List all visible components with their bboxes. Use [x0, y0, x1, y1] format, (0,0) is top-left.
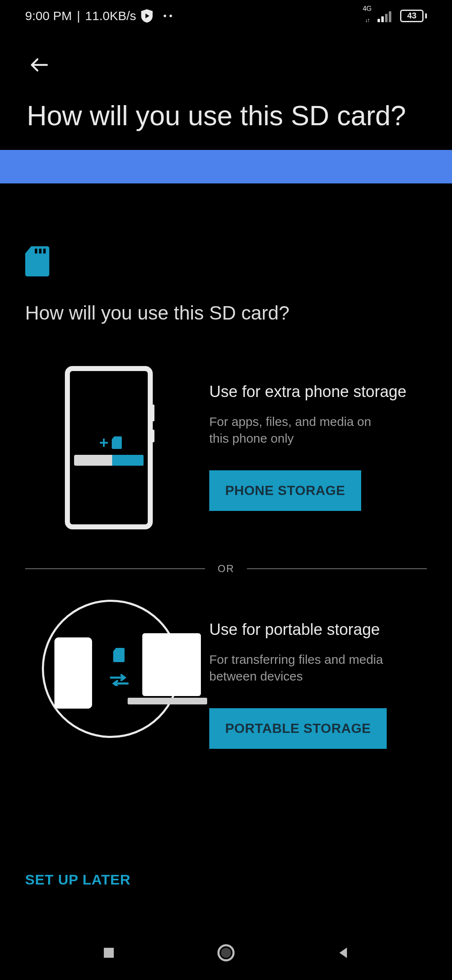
nav-back-button[interactable]	[331, 940, 356, 965]
status-time: 9:00 PM	[25, 9, 72, 23]
option-portable-title: Use for portable storage	[209, 621, 427, 639]
option-phone-storage: + Use for extra phone storage For apps, …	[25, 366, 427, 529]
option-portable-storage: Use for portable storage For transferrin…	[25, 604, 427, 749]
status-right: 4G ↓↑ 43	[363, 10, 427, 22]
phone-storage-illustration: +	[25, 366, 193, 529]
battery-percent: 43	[407, 11, 416, 21]
status-net-speed: 11.0KB/s	[85, 9, 136, 23]
portable-storage-button[interactable]: PORTABLE STORAGE	[209, 708, 387, 749]
option-phone-description: For apps, files, and media on this phone…	[209, 413, 389, 447]
nav-recents-button[interactable]	[96, 940, 121, 965]
content-subheading: How will you use this SD card?	[25, 302, 427, 324]
page-header: How will you use this SD card?	[0, 31, 452, 150]
or-label: OR	[218, 563, 234, 575]
nav-home-button[interactable]	[213, 940, 239, 965]
phone-outline-icon: +	[65, 366, 153, 529]
or-divider: OR	[25, 563, 427, 575]
more-dots-icon	[164, 15, 172, 17]
transfer-arrows-icon	[109, 673, 130, 689]
phone-storage-button[interactable]: PHONE STORAGE	[209, 470, 361, 511]
back-button[interactable]	[27, 52, 52, 77]
svg-rect-3	[104, 948, 114, 958]
plus-icon: +	[99, 434, 108, 452]
storage-bar-icon	[74, 455, 144, 466]
arrow-left-icon	[28, 54, 51, 76]
mini-sd-card-icon	[112, 436, 122, 449]
footer: SET UP LATER	[25, 872, 131, 888]
mini-sd-card-icon	[113, 648, 125, 662]
square-icon	[102, 946, 116, 960]
status-separator: |	[77, 9, 80, 23]
status-bar: 9:00 PM | 11.0KB/s 4G ↓↑ 43	[0, 0, 452, 31]
signal-icon	[378, 10, 394, 22]
system-nav-bar	[0, 926, 452, 980]
laptop-icon	[138, 633, 205, 713]
shield-play-icon	[141, 9, 153, 23]
setup-later-button[interactable]: SET UP LATER	[25, 872, 131, 888]
option-phone-title: Use for extra phone storage	[209, 383, 427, 401]
portable-storage-illustration	[25, 604, 193, 742]
accent-band	[0, 150, 452, 183]
circle-icon	[216, 943, 236, 963]
svg-rect-0	[35, 248, 37, 253]
main-content: How will you use this SD card? + Use for…	[0, 183, 452, 980]
svg-rect-1	[39, 248, 41, 253]
option-portable-description: For transferring files and media between…	[209, 651, 389, 685]
page-title: How will you use this SD card?	[27, 98, 425, 133]
svg-point-5	[221, 948, 231, 958]
network-arrows-icon: ↓↑	[365, 17, 369, 23]
sd-card-icon	[25, 246, 49, 276]
small-phone-icon	[54, 637, 92, 709]
network-type-label: 4G	[363, 5, 372, 12]
triangle-left-icon	[336, 945, 351, 960]
status-left: 9:00 PM | 11.0KB/s	[25, 9, 172, 23]
battery-icon: 43	[400, 10, 427, 22]
svg-rect-2	[43, 248, 46, 253]
